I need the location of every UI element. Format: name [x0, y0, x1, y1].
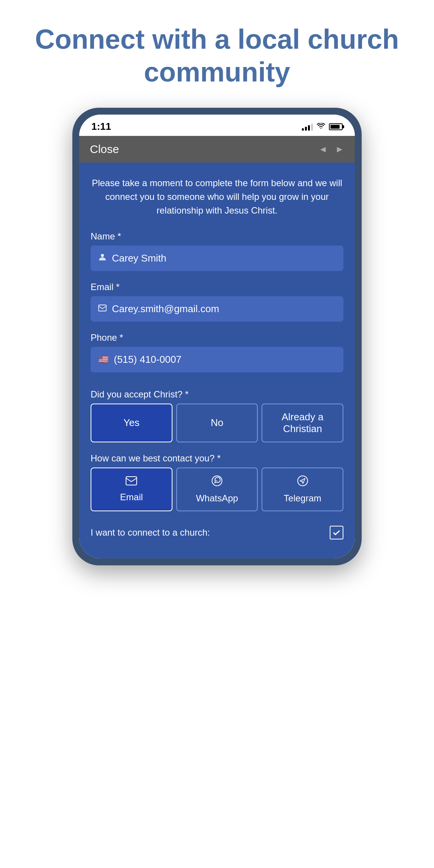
form-description: Please take a moment to complete the for…: [91, 176, 343, 217]
battery-icon: [329, 123, 343, 130]
contact-email-button[interactable]: Email: [91, 468, 172, 511]
contact-telegram-button[interactable]: Telegram: [262, 468, 343, 511]
phone-outer: 1:11: [72, 108, 362, 565]
christ-options-group: Yes No Already a Christian: [91, 404, 343, 442]
status-time: 1:11: [91, 121, 111, 132]
name-label: Name *: [91, 231, 343, 242]
back-button[interactable]: ◄: [318, 144, 327, 155]
phone-inner: 1:11: [79, 115, 355, 558]
phone-mockup: 1:11: [46, 108, 388, 565]
forward-button[interactable]: ►: [335, 144, 344, 155]
email-icon: [98, 304, 107, 314]
signal-icon: [302, 123, 313, 131]
church-row: I want to connect to a church:: [91, 522, 343, 543]
page-title: Connect with a local church community: [0, 0, 434, 108]
nav-arrows: ◄ ►: [318, 144, 344, 155]
contact-whatsapp-button[interactable]: WhatsApp: [176, 468, 258, 511]
status-icons: [302, 122, 343, 131]
christ-no-button[interactable]: No: [176, 404, 258, 442]
christ-yes-button[interactable]: Yes: [91, 404, 172, 442]
wifi-icon: [317, 122, 325, 131]
contact-options-group: Email WhatsApp: [91, 468, 343, 511]
phone-field-wrapper: 🇺🇸: [91, 347, 343, 372]
christ-question-label: Did you accept Christ? *: [91, 389, 343, 400]
svg-rect-1: [99, 305, 106, 311]
nav-bar: Close ◄ ►: [79, 136, 355, 163]
contact-telegram-label: Telegram: [284, 493, 321, 504]
contact-question-label: How can we best contact you? *: [91, 453, 343, 464]
email-label: Email *: [91, 282, 343, 292]
name-input[interactable]: [112, 252, 336, 264]
church-label: I want to connect to a church:: [91, 527, 210, 538]
email-field-wrapper: [91, 296, 343, 322]
whatsapp-icon: [211, 475, 223, 489]
form-area: Please take a moment to complete the for…: [79, 163, 355, 558]
email-contact-icon: [126, 475, 137, 488]
close-button[interactable]: Close: [90, 143, 119, 156]
phone-label: Phone *: [91, 332, 343, 343]
svg-rect-2: [126, 477, 137, 485]
email-input[interactable]: [112, 303, 336, 315]
christ-already-button[interactable]: Already a Christian: [262, 404, 343, 442]
phone-notch: [179, 115, 255, 128]
person-icon: [98, 253, 107, 263]
contact-email-label: Email: [120, 492, 143, 503]
flag-icon: 🇺🇸: [98, 354, 108, 364]
phone-input[interactable]: [114, 354, 336, 365]
church-checkbox[interactable]: [330, 526, 343, 539]
contact-whatsapp-label: WhatsApp: [196, 493, 238, 504]
svg-point-0: [101, 254, 104, 257]
telegram-icon: [297, 475, 308, 489]
name-field-wrapper: [91, 246, 343, 271]
checkmark-icon: [332, 528, 341, 537]
